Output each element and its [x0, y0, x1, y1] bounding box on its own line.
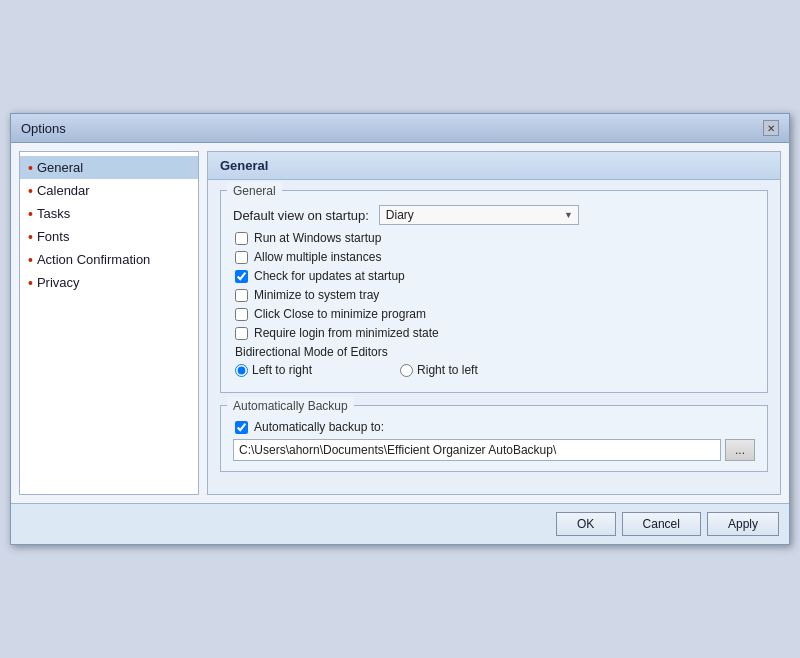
bullet-icon: • [28, 230, 33, 244]
run-startup-label[interactable]: Run at Windows startup [254, 231, 381, 245]
sidebar-label-action-confirmation: Action Confirmation [37, 252, 150, 267]
sidebar-item-calendar[interactable]: • Calendar [20, 179, 198, 202]
left-to-right-label[interactable]: Left to right [252, 363, 312, 377]
click-close-checkbox[interactable] [235, 308, 248, 321]
allow-multiple-checkbox[interactable] [235, 251, 248, 264]
backup-section-content: Automatically backup to: ... [221, 418, 767, 471]
bullet-icon: • [28, 161, 33, 175]
auto-backup-row: Automatically backup to: [233, 420, 755, 434]
sidebar-label-calendar: Calendar [37, 183, 90, 198]
apply-button[interactable]: Apply [707, 512, 779, 536]
backup-section-label: Automatically Backup [227, 397, 354, 415]
close-button[interactable]: ✕ [763, 120, 779, 136]
minimize-tray-row: Minimize to system tray [233, 288, 755, 302]
cancel-button[interactable]: Cancel [622, 512, 701, 536]
sidebar-label-privacy: Privacy [37, 275, 80, 290]
panel-content: General Default view on startup: Diary C… [208, 180, 780, 494]
bullet-icon: • [28, 276, 33, 290]
left-to-right-radio[interactable] [235, 364, 248, 377]
sidebar-item-tasks[interactable]: • Tasks [20, 202, 198, 225]
allow-multiple-label[interactable]: Allow multiple instances [254, 250, 381, 264]
backup-path-row: ... [233, 439, 755, 461]
run-startup-checkbox[interactable] [235, 232, 248, 245]
dialog-footer: OK Cancel Apply [11, 503, 789, 544]
panel-title: General [208, 152, 780, 180]
default-view-dropdown-wrapper: Diary Calendar Tasks Notes [379, 205, 579, 225]
backup-section: Automatically Backup Automatically backu… [220, 405, 768, 472]
general-section-content: Default view on startup: Diary Calendar … [221, 203, 767, 392]
click-close-label[interactable]: Click Close to minimize program [254, 307, 426, 321]
sidebar-item-action-confirmation[interactable]: • Action Confirmation [20, 248, 198, 271]
allow-multiple-row: Allow multiple instances [233, 250, 755, 264]
sidebar: • General • Calendar • Tasks • Fonts • A… [19, 151, 199, 495]
require-login-row: Require login from minimized state [233, 326, 755, 340]
check-updates-checkbox[interactable] [235, 270, 248, 283]
default-view-row: Default view on startup: Diary Calendar … [233, 205, 755, 225]
check-updates-label[interactable]: Check for updates at startup [254, 269, 405, 283]
default-view-label: Default view on startup: [233, 208, 369, 223]
sidebar-item-privacy[interactable]: • Privacy [20, 271, 198, 294]
general-section-label: General [227, 182, 282, 200]
bullet-icon: • [28, 253, 33, 267]
run-startup-row: Run at Windows startup [233, 231, 755, 245]
window-title: Options [21, 121, 66, 136]
right-to-left-item: Right to left [400, 363, 478, 377]
browse-button[interactable]: ... [725, 439, 755, 461]
right-to-left-radio[interactable] [400, 364, 413, 377]
check-updates-row: Check for updates at startup [233, 269, 755, 283]
right-to-left-label[interactable]: Right to left [417, 363, 478, 377]
bullet-icon: • [28, 207, 33, 221]
minimize-tray-label[interactable]: Minimize to system tray [254, 288, 379, 302]
options-dialog: Options ✕ • General • Calendar • Tasks •… [10, 113, 790, 545]
sidebar-label-general: General [37, 160, 83, 175]
auto-backup-checkbox[interactable] [235, 421, 248, 434]
bidi-radio-group: Left to right Right to left [233, 363, 755, 377]
sidebar-label-fonts: Fonts [37, 229, 70, 244]
default-view-select[interactable]: Diary Calendar Tasks Notes [379, 205, 579, 225]
title-bar: Options ✕ [11, 114, 789, 143]
left-to-right-item: Left to right [235, 363, 312, 377]
dialog-body: • General • Calendar • Tasks • Fonts • A… [11, 143, 789, 503]
sidebar-item-general[interactable]: • General [20, 156, 198, 179]
require-login-label[interactable]: Require login from minimized state [254, 326, 439, 340]
sidebar-label-tasks: Tasks [37, 206, 70, 221]
backup-path-input[interactable] [233, 439, 721, 461]
minimize-tray-checkbox[interactable] [235, 289, 248, 302]
sidebar-item-fonts[interactable]: • Fonts [20, 225, 198, 248]
click-close-row: Click Close to minimize program [233, 307, 755, 321]
bidi-label: Bidirectional Mode of Editors [233, 345, 755, 359]
bullet-icon: • [28, 184, 33, 198]
auto-backup-label[interactable]: Automatically backup to: [254, 420, 384, 434]
main-panel: General General Default view on startup:… [207, 151, 781, 495]
general-section: General Default view on startup: Diary C… [220, 190, 768, 393]
ok-button[interactable]: OK [556, 512, 616, 536]
require-login-checkbox[interactable] [235, 327, 248, 340]
